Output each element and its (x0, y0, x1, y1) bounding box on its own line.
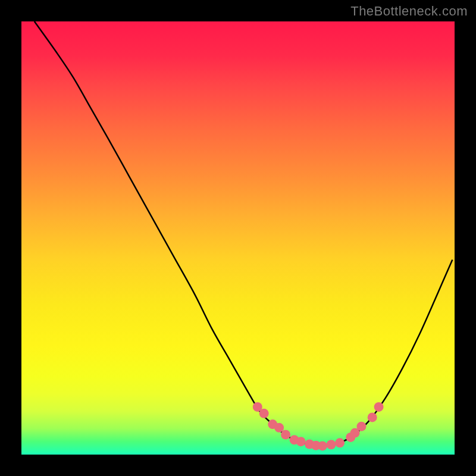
data-point (327, 440, 336, 449)
data-point (259, 409, 269, 418)
data-point (274, 423, 284, 433)
bottleneck-points (253, 402, 384, 451)
chart-svg (21, 21, 455, 455)
data-point (374, 402, 384, 412)
data-point (356, 422, 366, 431)
bottleneck-curve (35, 21, 453, 446)
data-point (368, 412, 377, 422)
data-point (296, 437, 306, 446)
data-point (335, 438, 345, 447)
data-point (318, 441, 327, 450)
data-point (281, 430, 290, 440)
watermark-label: TheBottleneck.com (350, 4, 468, 19)
